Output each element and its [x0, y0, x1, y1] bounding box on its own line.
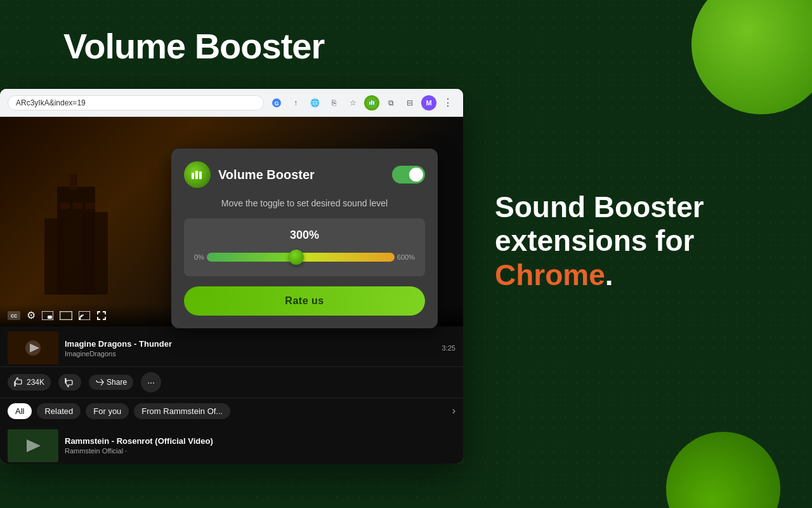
slider-value-display: 300%: [194, 229, 415, 242]
deco-circle-top-right: [691, 0, 812, 114]
slider-min-label: 0%: [194, 253, 204, 261]
tab-for-you[interactable]: For you: [86, 403, 129, 419]
filter-chevron-icon[interactable]: ›: [452, 405, 455, 417]
browser-icon-split[interactable]: ⊟: [402, 95, 417, 110]
theater-button[interactable]: [60, 311, 72, 320]
svg-point-23: [79, 318, 81, 319]
browser-url-bar[interactable]: ARc3yIkA&index=19: [8, 95, 264, 110]
svg-rect-10: [60, 203, 70, 209]
deco-circle-bottom-right: [666, 432, 780, 508]
tagline-line3: Chrome.: [495, 258, 774, 292]
suggestion-item[interactable]: Rammstein - Rosenrot (Official Video) Ra…: [8, 424, 455, 464]
svg-text:G: G: [274, 100, 278, 107]
svg-rect-7: [44, 218, 63, 295]
svg-rect-13: [192, 173, 194, 179]
more-options-button[interactable]: ···: [141, 372, 161, 392]
browser-icon-user[interactable]: M: [421, 95, 436, 110]
suggestion-info: Rammstein - Rosenrot (Official Video) Ra…: [65, 436, 455, 455]
svg-rect-3: [369, 102, 370, 105]
tab-related[interactable]: Related: [37, 403, 81, 419]
share-button[interactable]: Share: [89, 375, 133, 390]
slider-fill-yellow: [297, 253, 395, 262]
cast-button[interactable]: [79, 311, 90, 320]
tab-from-artist[interactable]: From Rammstein Of...: [134, 403, 230, 419]
tab-all[interactable]: All: [8, 403, 32, 419]
browser-icon-upload[interactable]: ↑: [288, 95, 303, 110]
popup-subtitle: Move the toggle to set desired sound lev…: [184, 198, 425, 208]
like-button[interactable]: 234K: [8, 374, 51, 391]
video-channel-text: ImagineDragons: [65, 350, 436, 358]
action-bar: 234K Share ···: [0, 366, 463, 398]
svg-rect-19: [48, 316, 52, 319]
browser-icon-translate[interactable]: 🌐: [307, 95, 322, 110]
svg-rect-4: [371, 100, 372, 105]
slider-wrapper[interactable]: 0% 600%: [194, 248, 415, 266]
slider-fill-green: [207, 253, 297, 262]
video-title-text: Imagine Dragons - Thunder: [65, 339, 436, 349]
popup-logo-title: Volume Booster: [184, 161, 315, 188]
svg-rect-8: [82, 212, 108, 295]
extension-logo: [184, 161, 211, 188]
video-duration: 3:25: [442, 344, 455, 352]
video-info: Imagine Dragons - Thunder ImagineDragons: [65, 339, 436, 358]
suggestion-thumbnail: [8, 429, 58, 462]
browser-icons: G ↑ 🌐 ⎘ ☆ ⧉ ⊟ M ⋮: [269, 95, 455, 110]
svg-rect-20: [60, 311, 72, 320]
svg-rect-12: [86, 203, 95, 209]
share-label: Share: [107, 378, 127, 387]
video-thumbnail-small: [8, 331, 58, 364]
chrome-word: Chrome: [495, 258, 605, 291]
svg-rect-15: [199, 171, 202, 179]
slider-max-label: 600%: [397, 253, 415, 261]
suggestion-list: Rammstein - Rosenrot (Official Video) Ra…: [0, 424, 463, 464]
youtube-content: Volume Booster Move the toggle to set de…: [0, 117, 463, 464]
rate-us-button[interactable]: Rate us: [184, 286, 425, 316]
svg-rect-11: [73, 203, 82, 209]
like-count: 234K: [27, 378, 44, 387]
svg-rect-14: [195, 171, 198, 179]
browser-menu-icon[interactable]: ⋮: [440, 95, 455, 110]
tagline-line1: Sound Booster extensions for: [495, 190, 774, 258]
browser-bar: ARc3yIkA&index=19 G ↑ 🌐 ⎘ ☆ ⧉ ⊟ M ⋮: [0, 89, 463, 117]
dot-word: .: [605, 258, 613, 291]
slider-thumb[interactable]: [289, 250, 304, 265]
video-list-item[interactable]: Imagine Dragons - Thunder ImagineDragons…: [8, 326, 455, 366]
miniplayer-button[interactable]: [42, 311, 53, 320]
browser-icon-star[interactable]: ☆: [345, 95, 360, 110]
building-silhouette: [19, 168, 133, 295]
browser-icon-extensions[interactable]: ⧉: [383, 95, 398, 110]
browser-icon-share[interactable]: ⎘: [326, 95, 341, 110]
volume-slider-container: 300% 0% 600%: [184, 218, 425, 276]
filter-tabs-bar: All Related For you From Rammstein Of...…: [0, 398, 463, 424]
suggestion-channel: Rammstein Official ·: [65, 447, 455, 455]
popup-header: Volume Booster: [184, 161, 425, 188]
browser-icon-google: G: [269, 95, 284, 110]
dislike-button[interactable]: [58, 374, 81, 391]
svg-rect-9: [70, 174, 77, 190]
video-player[interactable]: Volume Booster Move the toggle to set de…: [0, 117, 463, 326]
settings-button[interactable]: ⚙: [27, 309, 36, 321]
slider-track[interactable]: [207, 253, 395, 262]
browser-window: ARc3yIkA&index=19 G ↑ 🌐 ⎘ ☆ ⧉ ⊟ M ⋮: [0, 89, 463, 464]
page-title: Volume Booster: [63, 25, 324, 67]
svg-rect-21: [60, 312, 72, 319]
cc-button[interactable]: CC: [8, 311, 20, 320]
popup-title: Volume Booster: [218, 168, 315, 182]
extension-popup: Volume Booster Move the toggle to set de…: [171, 149, 438, 328]
right-content: Sound Booster extensions for Chrome.: [495, 190, 774, 292]
video-list: Imagine Dragons - Thunder ImagineDragons…: [0, 326, 463, 366]
svg-rect-5: [373, 101, 374, 105]
svg-text:CC: CC: [11, 314, 17, 318]
extension-icon[interactable]: [364, 95, 379, 110]
suggestion-title: Rammstein - Rosenrot (Official Video): [65, 436, 455, 446]
fullscreen-button[interactable]: [96, 311, 107, 321]
extension-toggle[interactable]: [392, 166, 425, 184]
